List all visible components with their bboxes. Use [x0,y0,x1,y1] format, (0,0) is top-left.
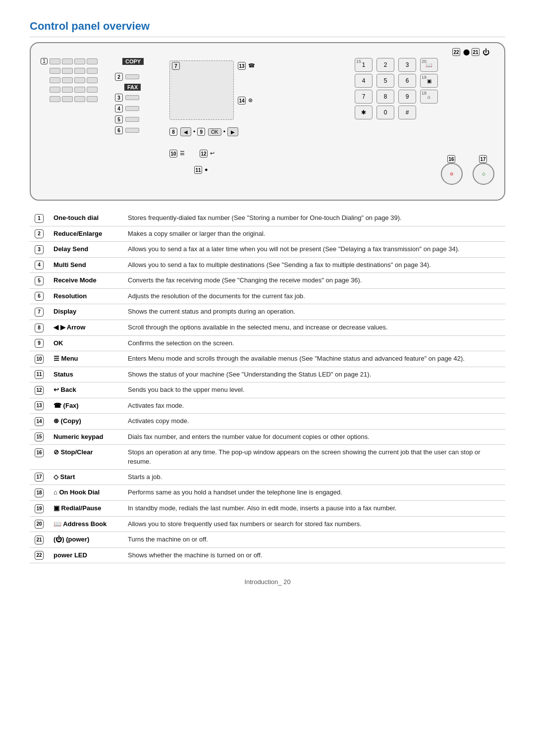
start-icon: ◇ [482,171,485,176]
item-num: 1 [30,211,50,226]
key-0[interactable]: 0 [376,106,394,119]
item-name: Delay Send [50,242,124,258]
key-9[interactable]: 9 [398,90,416,104]
side-btn-2: 2 [115,73,141,81]
item-num: 19 [30,500,50,516]
item-name: ▣ Redial/Pause [50,500,124,516]
table-row: 5 Receive Mode Converts the fax receivin… [30,273,505,289]
item-num: 11 [30,367,50,382]
menu-label-area: 10 ☰ [169,150,185,158]
table-row: 10 ☰ Menu Enters Menu mode and scrolls t… [30,351,505,367]
item-name: ◀ ▶ Arrow [50,320,124,335]
item-desc: Starts a job. [124,469,505,485]
key-4[interactable]: 4 [355,74,373,88]
item-name: ⊛ (Copy) [50,414,124,430]
item-name: Status [50,367,124,382]
description-table: 1 One-touch dial Stores frequently-diale… [30,211,505,563]
item-num: 21 [30,532,50,548]
page-title: Control panel overview [30,20,505,37]
stop-clear-container: 16 ⊘ [441,155,463,185]
stop-clear-button[interactable]: ⊘ [441,163,463,185]
onetouch-dial-area: 1 1 1 [41,58,98,102]
item-desc: Activates copy mode. [124,414,505,430]
item-num: 9 [30,335,50,351]
right-arrow-btn[interactable]: ▶ [227,127,238,136]
power-area: 22 ⬤ 21 ⏻ [452,48,489,56]
left-arrow-btn[interactable]: ◀ [180,127,191,136]
key-6[interactable]: 6 [398,74,416,88]
arrow-ok-area: 8 ◀ • 9 OK • ▶ [169,127,238,136]
item-desc: Turns the machine on or off. [124,532,505,548]
item-desc: In standby mode, redials the last number… [124,500,505,516]
copy-label-area: COPY [122,57,144,67]
table-row: 3 Delay Send Allows you to send a fax at… [30,242,505,258]
item-name: Multi Send [50,257,124,273]
back-label-area: 12 ↩ [200,150,214,158]
key-star[interactable]: ✱ [355,106,373,119]
table-row: 20 📖 Address Book Allows you to store fr… [30,516,505,532]
item-name: ⌂ On Hook Dial [50,485,124,501]
item-num: 18 [30,485,50,501]
side-btn-4: 4 [115,105,141,112]
item-name: Numeric keypad [50,429,124,445]
item-desc: Confirms the selection on the screen. [124,335,505,351]
item-num: 3 [30,242,50,258]
power-icon: ⏻ [482,48,489,56]
table-row: 6 Resolution Adjusts the resolution of t… [30,288,505,304]
item-num: 10 [30,351,50,367]
table-row: 1 One-touch dial Stores frequently-diale… [30,211,505,226]
item-desc: Scroll through the options available in … [124,320,505,335]
menu-back-area: 10 ☰ 12 ↩ [169,150,214,158]
table-row: 18 ⌂ On Hook Dial Performs same as you h… [30,485,505,501]
table-row: 13 ☎ (Fax) Activates fax mode. [30,398,505,414]
key-8[interactable]: 8 [376,90,394,104]
table-row: 7 Display Shows the current status and p… [30,304,505,320]
item-name: Display [50,304,124,320]
item-desc: Shows the current status and prompts dur… [124,304,505,320]
ok-button[interactable]: OK [208,128,221,136]
item-num: 13 [30,398,50,414]
fax-icon: ☎ [248,62,255,68]
item-name: (⏻) (power) [50,532,124,548]
item-desc: Allows you to send a fax to multiple des… [124,257,505,273]
item-desc: Stores frequently-dialed fax number (See… [124,211,505,226]
item-num: 7 [30,304,50,320]
start-button[interactable]: ◇ [473,163,494,185]
key-2[interactable]: 2 [376,58,394,72]
onetouch-row-1: 1 [41,58,98,64]
num21-badge: 21 [472,48,480,56]
item-num: 14 [30,414,50,430]
item-name: 📖 Address Book [50,516,124,532]
key-7[interactable]: 7 [355,90,373,104]
item-name: ☎ (Fax) [50,398,124,414]
key-redial[interactable]: 19 ▣ [420,74,438,88]
side-btn-3: 3 [115,94,141,102]
key-3[interactable]: 3 [398,58,416,72]
item-num: 4 [30,257,50,273]
item-name: ⊘ Stop/Clear [50,445,124,469]
key-1[interactable]: 15 1 [355,58,373,72]
key-5[interactable]: 5 [376,74,394,88]
table-row: 9 OK Confirms the selection on the scree… [30,335,505,351]
item-desc: Converts the fax receiving mode (See "Ch… [124,273,505,289]
item-name: power LED [50,547,124,563]
item-desc: Dials fax number, and enters the number … [124,429,505,445]
item-num: 17 [30,469,50,485]
key-empty [420,106,438,119]
table-row: 2 Reduce/Enlarge Makes a copy smaller or… [30,226,505,242]
fax-mode-icon-area: 13 ☎ [238,62,255,70]
side-btn-5: 5 [115,115,141,123]
item-num: 20 [30,516,50,532]
key-addressbook[interactable]: 20 📖 [420,58,438,72]
item-num: 22 [30,547,50,563]
status-led-label: ● [205,166,208,172]
key-onhook[interactable]: 18 ⌂ [420,90,438,104]
item-name: One-touch dial [50,211,124,226]
key-hash[interactable]: # [398,106,416,119]
item-num: 15 [30,429,50,445]
item-name: Receive Mode [50,273,124,289]
display-screen: 7 [169,60,234,120]
item-desc: Sends you back to the upper menu level. [124,382,505,398]
item-num: 16 [30,445,50,469]
item-desc: Enters Menu mode and scrolls through the… [124,351,505,367]
